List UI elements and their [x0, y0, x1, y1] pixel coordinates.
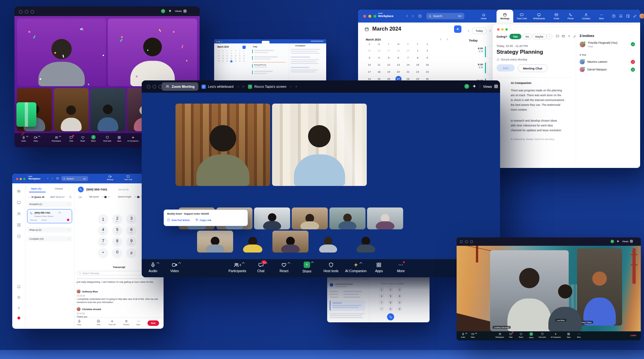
- dialpad-key[interactable]: *: [379, 306, 384, 311]
- host-tools-button[interactable]: Host tools: [103, 136, 111, 142]
- history-icon[interactable]: [418, 14, 422, 18]
- video-button[interactable]: Video: [471, 333, 475, 338]
- more-button[interactable]: More: [397, 262, 405, 273]
- participants-button[interactable]: Participants: [496, 333, 504, 338]
- window-controls[interactable]: [363, 15, 376, 18]
- back-icon[interactable]: [405, 14, 409, 18]
- speech-length-slider[interactable]: [134, 197, 142, 197]
- nav-email[interactable]: Email: [554, 10, 559, 23]
- calendar-day[interactable]: 18: [374, 68, 384, 75]
- mini-day[interactable]: 11: [221, 55, 225, 57]
- tab-whiteboard[interactable]: Lea's whiteboard: [202, 82, 245, 91]
- section-accepted[interactable]: Accepted (1): [27, 201, 72, 207]
- mini-day[interactable]: 6: [229, 52, 233, 55]
- video-tile[interactable]: [348, 231, 384, 253]
- next-day-icon[interactable]: [488, 29, 492, 32]
- calendar-day[interactable]: 8: [413, 54, 422, 61]
- mini-day[interactable]: 18: [221, 57, 225, 60]
- mini-event-title[interactable]: Strategy Planning: [254, 64, 266, 66]
- ai-companion-button[interactable]: AI Companion: [551, 333, 561, 338]
- participants-button[interactable]: 3Participants: [229, 262, 246, 273]
- dialpad-key[interactable]: 6: [397, 293, 402, 299]
- video-button[interactable]: Video: [33, 136, 38, 142]
- calendar-day[interactable]: 27: [384, 47, 393, 54]
- mini-day[interactable]: 1: [238, 50, 242, 52]
- calendar-day[interactable]: 13: [393, 61, 403, 68]
- mini-day[interactable]: 7: [233, 52, 238, 55]
- react-button[interactable]: React: [279, 262, 288, 273]
- mini-day[interactable]: 12: [225, 55, 229, 57]
- mini-day[interactable]: 5: [225, 52, 229, 55]
- copy-link[interactable]: Copy Link: [200, 219, 211, 222]
- dialpad-key[interactable]: 4: [379, 293, 384, 299]
- tab-more-icon[interactable]: [289, 85, 292, 88]
- mini-day[interactable]: 4: [221, 52, 225, 55]
- mini-day[interactable]: 13: [229, 55, 233, 57]
- calendar-day[interactable]: 5: [384, 54, 393, 61]
- mini-day[interactable]: 8: [238, 52, 242, 55]
- dialpad-key[interactable]: 6MNO: [126, 226, 137, 236]
- dialpad-key[interactable]: 5: [388, 293, 393, 299]
- dialpad-key[interactable]: #: [126, 248, 137, 258]
- mail-icon[interactable]: [562, 34, 565, 38]
- mini-day[interactable]: 10: [217, 55, 221, 57]
- panel-window-controls[interactable]: [497, 28, 508, 31]
- agent-assist-card[interactable]: Modify ticket · Support order #82345 Vie…: [164, 209, 248, 226]
- dialpad-key[interactable]: 5JKL: [112, 226, 122, 236]
- calendar-day[interactable]: 21: [403, 68, 413, 75]
- nav-more[interactable]: More: [599, 10, 604, 23]
- mini-day[interactable]: 25: [217, 50, 221, 52]
- nav-team-chat[interactable]: Team Chat: [124, 175, 132, 180]
- nav-whiteboards[interactable]: Whiteboards: [533, 10, 545, 23]
- search-queue-icon[interactable]: [69, 196, 72, 198]
- security-shield-icon[interactable]: [161, 9, 165, 13]
- transfer-button[interactable]: Transfer: [123, 319, 129, 326]
- search-input[interactable]: Search ⌘F: [61, 176, 88, 181]
- views-grid-icon[interactable]: [630, 240, 633, 243]
- tab-zoom-meeting[interactable]: Zoom Meeting: [162, 82, 198, 91]
- dialpad-key[interactable]: 4GHI: [98, 226, 108, 236]
- queue-chevron-icon[interactable]: [28, 196, 30, 199]
- video-tile[interactable]: [329, 207, 365, 229]
- ai-companion-icon[interactable]: [616, 240, 620, 243]
- invitee-row[interactable]: Maurice Lawson: [580, 59, 635, 66]
- ai-companion-icon[interactable]: [168, 9, 172, 13]
- search-input[interactable]: Search ⌘F: [426, 13, 464, 19]
- mini-day[interactable]: 14: [233, 55, 238, 57]
- schedule-slot[interactable]: 8:308:55: [469, 63, 483, 69]
- dialpad-key[interactable]: 2ABC: [112, 214, 122, 225]
- react-button[interactable]: React: [519, 333, 523, 338]
- calendar-day[interactable]: 28: [393, 47, 403, 54]
- audio-button[interactable]: Audio: [461, 333, 465, 338]
- history-icon[interactable]: [56, 177, 59, 180]
- mini-day[interactable]: 2: [242, 50, 246, 52]
- schedule-slot[interactable]: 8:008:25: [469, 47, 483, 52]
- panel-icon[interactable]: [626, 14, 630, 18]
- views-label[interactable]: Views: [622, 240, 629, 243]
- leave-button[interactable]: Leave: [630, 334, 636, 336]
- popup-tabs[interactable]: [330, 277, 369, 280]
- monitor-icon[interactable]: [17, 200, 21, 205]
- nav-team-chat[interactable]: Team Chat: [516, 10, 526, 23]
- people-icon[interactable]: [17, 212, 21, 216]
- mini-day[interactable]: 23: [242, 57, 246, 60]
- chat-button[interactable]: Chat: [69, 136, 73, 142]
- views-grid-icon[interactable]: [494, 84, 498, 88]
- bell-icon[interactable]: [17, 285, 21, 289]
- today-button[interactable]: Today: [472, 28, 487, 34]
- calendar-day[interactable]: 15: [413, 61, 422, 68]
- share-button[interactable]: Share: [529, 332, 533, 338]
- avatar[interactable]: [639, 14, 644, 19]
- mini-day[interactable]: 20: [229, 57, 233, 60]
- prev-month-icon[interactable]: [439, 38, 442, 41]
- video-tile[interactable]: [235, 231, 271, 253]
- video-tile[interactable]: [310, 231, 346, 253]
- window-controls[interactable]: [19, 10, 34, 14]
- nav-meetings[interactable]: Meetings: [107, 175, 113, 180]
- calendar-day[interactable]: 17: [365, 68, 374, 75]
- ai-companion-button[interactable]: AI Companion: [345, 262, 367, 273]
- mini-day[interactable]: 19: [225, 57, 229, 60]
- dialpad-key[interactable]: 0+: [112, 248, 122, 258]
- calendar-day[interactable]: 10: [365, 61, 374, 68]
- ai-companion-button[interactable]: AI Companion: [128, 136, 139, 142]
